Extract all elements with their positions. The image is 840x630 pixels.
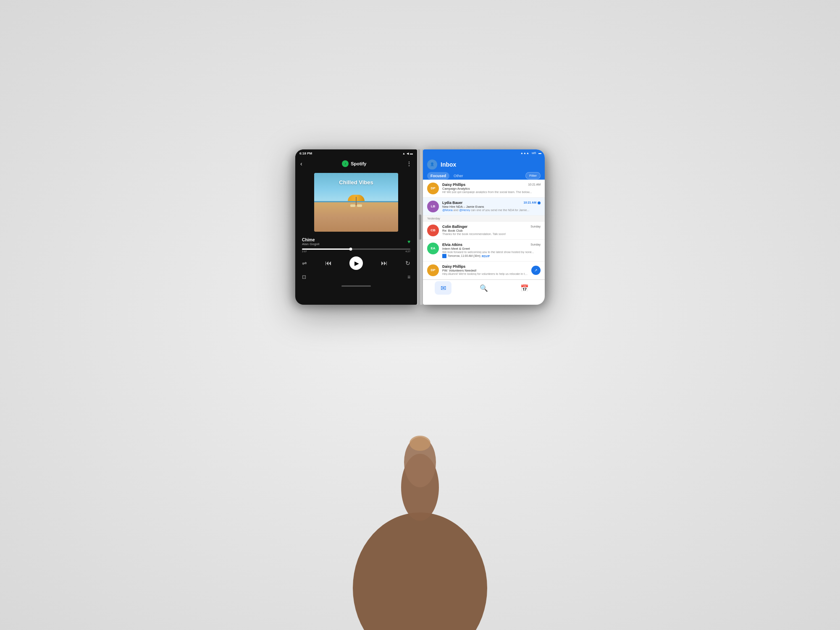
email-time-colin: Sunday (530, 225, 541, 228)
more-options-icon[interactable]: ⋮ (406, 160, 412, 167)
filter-button[interactable]: Filter (525, 172, 541, 179)
email-content-daisy-2: Daisy Phillips FW: Volunteers Needed! He… (442, 264, 528, 276)
email-subject-elvia: Intern Meet & Greet (442, 247, 541, 251)
next-button[interactable]: ⏭ (381, 259, 388, 267)
spotify-bottom-bar: ⊡ ≡ (295, 272, 417, 282)
email-preview-daisy-1: Hi! We just got campaign analytics from … (442, 191, 541, 193)
progress-thumb[interactable] (349, 248, 352, 251)
nav-mail[interactable]: ✉ (435, 281, 452, 295)
email-avatar-daisy-2: DP (427, 264, 439, 276)
previous-button[interactable]: ⏮ (325, 259, 332, 267)
svg-point-1 (401, 454, 439, 521)
device-hinge (417, 149, 423, 305)
back-icon[interactable]: ‹ (300, 160, 302, 167)
email-avatar-elvia: EA (427, 243, 439, 254)
signal-strength-icon: ▲▲▲ (520, 152, 529, 154)
forward-icon: ↗ (534, 268, 538, 272)
time-total: 4:27 (405, 250, 410, 253)
email-content-colin: Colin Ballinger Sunday Re: Book Club Tha… (442, 225, 541, 236)
email-content-daisy-1: Daisy Phillips 10:21 AM Campaign Analyti… (442, 183, 541, 194)
queue-icon[interactable]: ≡ (407, 274, 410, 280)
email-header-elvia: Elvia Atkins Sunday (442, 243, 541, 247)
email-header-daisy-1: Daisy Phillips 10:21 AM (442, 183, 541, 187)
user-avatar[interactable]: 👤 (427, 159, 437, 170)
email-preview-daisy-2: Hey Alumni! We're looking for volunteers… (442, 272, 528, 275)
rsvp-badge[interactable]: RSVP (482, 255, 490, 258)
nav-search[interactable]: 🔍 (475, 281, 492, 295)
progress-fill (302, 248, 351, 250)
umbrella-decoration (348, 195, 365, 205)
unread-indicator-lydia (538, 201, 541, 204)
progress-bar[interactable] (302, 248, 410, 250)
battery-right-icon: ▬ (538, 152, 541, 154)
email-time-daisy-1: 10:21 AM (528, 183, 541, 186)
email-sender-daisy-2: Daisy Phillips (442, 264, 465, 269)
dual-screen-device: 6:18 PM ▲ ◀ ▬ ‹ ♪ Spotify (295, 149, 545, 305)
wifi-icon: ▲ (402, 152, 405, 155)
hand-background (336, 378, 504, 630)
outlook-bottom-nav: ✉ 🔍 📅 (423, 280, 545, 296)
email-subject-daisy-1: Campaign Analytics (442, 187, 541, 191)
email-preview-lydia: @Mona and @Henry can one of you send me … (442, 209, 541, 212)
svg-point-3 (410, 436, 430, 451)
spotify-logo: ♪ Spotify (342, 160, 366, 167)
progress-area[interactable]: 2:07 4:27 (295, 248, 417, 254)
battery-icon: ▬ (410, 152, 413, 155)
section-yesterday: Yesterday (423, 216, 545, 222)
event-row-elvia: Tomorrow, 11:00 AM (30m) RSVP (442, 254, 541, 258)
avatar-initials: 👤 (430, 162, 434, 166)
inbox-title: Inbox (441, 161, 541, 168)
time-row: 2:07 4:27 (302, 250, 410, 253)
email-subject-daisy-2: FW: Volunteers Needed! (442, 269, 528, 272)
email-item-colin[interactable]: CB Colin Ballinger Sunday Re: Book Club … (423, 222, 545, 240)
album-art-container: Chilled Vibes (295, 170, 417, 235)
home-bar (341, 285, 371, 287)
email-content-lydia: Lydia Bauer 10:21 AM New Hire NDA – Jami… (442, 201, 541, 212)
email-preview-colin: Thanks for the book recommendation. Talk… (442, 233, 541, 235)
email-sender-lydia: Lydia Bauer (442, 201, 462, 205)
play-pause-button[interactable]: ▶ (349, 256, 363, 270)
play-icon: ▶ (354, 260, 359, 267)
email-item-daisy-2[interactable]: DP Daisy Phillips FW: Volunteers Needed!… (423, 261, 545, 280)
email-subject-lydia: New Hire NDA – Jamie Evans (442, 205, 541, 209)
tab-focused[interactable]: Focused (427, 172, 449, 180)
email-header-lydia: Lydia Bauer 10:21 AM (442, 201, 541, 205)
album-title: Chilled Vibes (314, 179, 398, 186)
nav-calendar[interactable]: 📅 (516, 281, 533, 295)
email-subject-colin: Re: Book Club (442, 229, 541, 233)
mention-henry: @Henry (459, 209, 470, 212)
search-nav-icon: 🔍 (480, 284, 488, 292)
email-sender-daisy-1: Daisy Phillips (442, 183, 465, 187)
forward-fab-button[interactable]: ↗ (531, 266, 541, 275)
email-content-elvia: Elvia Atkins Sunday Intern Meet & Greet … (442, 243, 541, 258)
mention-mona: @Mona (442, 209, 453, 212)
song-artist: Alan Gogoll (302, 242, 319, 246)
calendar-event-icon (442, 254, 446, 258)
song-info: Chime Alan Gogoll ♥ (295, 235, 417, 248)
email-item-lydia[interactable]: LB Lydia Bauer 10:21 AM New Hire NDA – J… (423, 198, 545, 216)
tab-other[interactable]: Other (450, 172, 467, 180)
spotify-app-name: Spotify (351, 161, 366, 166)
email-list: DP Daisy Phillips 10:21 AM Campaign Anal… (423, 180, 545, 280)
shuffle-button[interactable]: ⇌ (302, 260, 307, 267)
repeat-button[interactable]: ↻ (405, 260, 410, 267)
email-item-elvia[interactable]: EA Elvia Atkins Sunday Intern Meet & Gre… (423, 240, 545, 261)
spotify-logo-circle: ♪ (342, 160, 349, 167)
email-header-daisy-2: Daisy Phillips (442, 264, 528, 269)
spotify-status-icons: ▲ ◀ ▬ (402, 152, 413, 155)
calendar-nav-icon: 📅 (520, 284, 529, 292)
heart-icon[interactable]: ♥ (407, 239, 410, 245)
email-avatar-lydia: LB (427, 201, 439, 212)
inbox-tabs: Focused Other Filter (423, 172, 545, 180)
song-title: Chime (302, 238, 319, 242)
home-indicator (295, 282, 417, 290)
wifi-right-icon: wifi (532, 152, 536, 154)
email-item-daisy-1[interactable]: DP Daisy Phillips 10:21 AM Campaign Anal… (423, 180, 545, 198)
devices-icon[interactable]: ⊡ (302, 274, 306, 280)
email-time-lydia: 10:21 AM (524, 201, 536, 204)
spotify-header: ‹ ♪ Spotify ⋮ (295, 158, 417, 170)
mail-nav-icon: ✉ (441, 284, 446, 292)
outlook-header: 👤 Inbox (423, 157, 545, 172)
email-avatar-daisy-1: DP (427, 183, 439, 194)
email-avatar-colin: CB (427, 225, 439, 236)
